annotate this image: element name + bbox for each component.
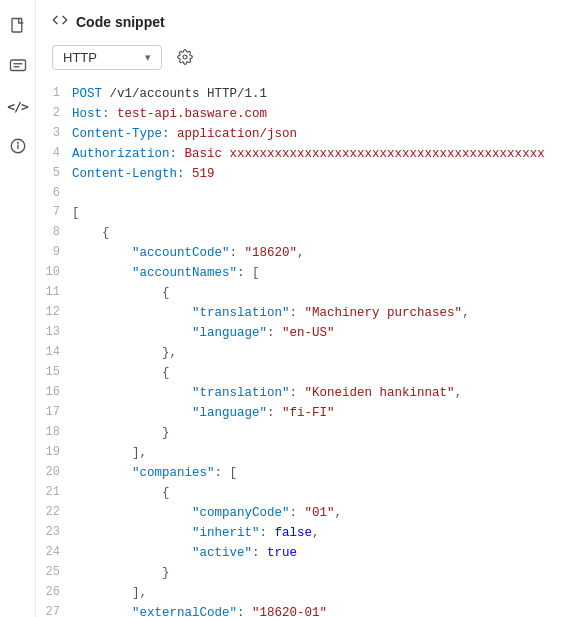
line-code: "companies": [ xyxy=(72,463,556,483)
line-number: 24 xyxy=(36,543,72,563)
line-number: 18 xyxy=(36,423,72,443)
line-code: "language": "en-US" xyxy=(72,323,556,343)
table-row: 6 xyxy=(36,184,556,203)
line-code: "translation": "Koneiden hankinnat", xyxy=(72,383,556,403)
table-row: 2 Host: test-api.basware.com xyxy=(36,104,556,124)
table-row: 26 ], xyxy=(36,583,556,603)
line-code: [ xyxy=(72,203,556,223)
line-number: 16 xyxy=(36,383,72,403)
line-number: 9 xyxy=(36,243,72,263)
line-number: 2 xyxy=(36,104,72,124)
table-row: 7 [ xyxy=(36,203,556,223)
code-icon[interactable]: </> xyxy=(8,96,28,116)
line-code: { xyxy=(72,283,556,303)
table-row: 13 "language": "en-US" xyxy=(36,323,556,343)
table-row: 22 "companyCode": "01", xyxy=(36,503,556,523)
line-number: 22 xyxy=(36,503,72,523)
line-number: 21 xyxy=(36,483,72,503)
line-code: "active": true xyxy=(72,543,556,563)
table-row: 17 "language": "fi-FI" xyxy=(36,403,556,423)
table-row: 3 Content-Type: application/json xyxy=(36,124,556,144)
table-row: 14 }, xyxy=(36,343,556,363)
format-dropdown[interactable]: HTTP ▾ xyxy=(52,45,162,70)
line-number: 12 xyxy=(36,303,72,323)
table-row: 11 { xyxy=(36,283,556,303)
line-code: "language": "fi-FI" xyxy=(72,403,556,423)
page-title: Code snippet xyxy=(76,14,165,30)
line-number: 27 xyxy=(36,603,72,617)
line-code: "companyCode": "01", xyxy=(72,503,556,523)
toolbar: HTTP ▾ xyxy=(36,42,572,84)
line-code: }, xyxy=(72,343,556,363)
line-number: 25 xyxy=(36,563,72,583)
table-row: 16 "translation": "Koneiden hankinnat", xyxy=(36,383,556,403)
line-code xyxy=(72,184,556,203)
line-code: ], xyxy=(72,443,556,463)
dropdown-value: HTTP xyxy=(63,50,97,65)
line-code: } xyxy=(72,563,556,583)
svg-rect-1 xyxy=(10,60,25,71)
info-icon[interactable] xyxy=(8,136,28,156)
line-code: "externalCode": "18620-01" xyxy=(72,603,556,617)
table-row: 20 "companies": [ xyxy=(36,463,556,483)
table-row: 10 "accountNames": [ xyxy=(36,263,556,283)
line-number: 6 xyxy=(36,184,72,203)
line-number: 17 xyxy=(36,403,72,423)
line-number: 8 xyxy=(36,223,72,243)
line-number: 15 xyxy=(36,363,72,383)
code-snippet-icon xyxy=(52,12,68,32)
table-row: 8 { xyxy=(36,223,556,243)
code-area: 1 POST /v1/accounts HTTP/1.1 2 Host: tes… xyxy=(36,84,572,617)
comment-icon[interactable] xyxy=(8,56,28,76)
line-code: Authorization: Basic xxxxxxxxxxxxxxxxxxx… xyxy=(72,144,556,164)
line-number: 5 xyxy=(36,164,72,184)
table-row: 12 "translation": "Machinery purchases", xyxy=(36,303,556,323)
document-icon[interactable] xyxy=(8,16,28,36)
code-table: 1 POST /v1/accounts HTTP/1.1 2 Host: tes… xyxy=(36,84,556,617)
line-code: "inherit": false, xyxy=(72,523,556,543)
line-number: 14 xyxy=(36,343,72,363)
table-row: 25 } xyxy=(36,563,556,583)
line-number: 7 xyxy=(36,203,72,223)
line-code: Content-Type: application/json xyxy=(72,124,556,144)
table-row: 15 { xyxy=(36,363,556,383)
chevron-down-icon: ▾ xyxy=(145,51,151,64)
table-row: 9 "accountCode": "18620", xyxy=(36,243,556,263)
table-row: 27 "externalCode": "18620-01" xyxy=(36,603,556,617)
line-code: { xyxy=(72,363,556,383)
line-number: 13 xyxy=(36,323,72,343)
table-row: 23 "inherit": false, xyxy=(36,523,556,543)
line-code: Content-Length: 519 xyxy=(72,164,556,184)
sidebar: </> xyxy=(0,0,36,617)
table-row: 21 { xyxy=(36,483,556,503)
line-number: 11 xyxy=(36,283,72,303)
table-row: 5 Content-Length: 519 xyxy=(36,164,556,184)
line-code: "accountNames": [ xyxy=(72,263,556,283)
title-bar: Code snippet xyxy=(36,12,572,42)
line-code: { xyxy=(72,223,556,243)
line-number: 20 xyxy=(36,463,72,483)
table-row: 18 } xyxy=(36,423,556,443)
main-panel: Code snippet HTTP ▾ 1 POST /v1/accounts … xyxy=(36,0,572,617)
line-code: POST /v1/accounts HTTP/1.1 xyxy=(72,84,556,104)
line-number: 23 xyxy=(36,523,72,543)
svg-rect-0 xyxy=(12,19,22,33)
svg-point-6 xyxy=(17,142,18,143)
line-number: 3 xyxy=(36,124,72,144)
line-code: Host: test-api.basware.com xyxy=(72,104,556,124)
line-number: 4 xyxy=(36,144,72,164)
line-code: ], xyxy=(72,583,556,603)
table-row: 19 ], xyxy=(36,443,556,463)
settings-button[interactable] xyxy=(170,42,200,72)
table-row: 1 POST /v1/accounts HTTP/1.1 xyxy=(36,84,556,104)
line-number: 10 xyxy=(36,263,72,283)
line-code: } xyxy=(72,423,556,443)
line-code: { xyxy=(72,483,556,503)
table-row: 24 "active": true xyxy=(36,543,556,563)
line-code: "translation": "Machinery purchases", xyxy=(72,303,556,323)
line-number: 26 xyxy=(36,583,72,603)
line-code: "accountCode": "18620", xyxy=(72,243,556,263)
line-number: 1 xyxy=(36,84,72,104)
table-row: 4 Authorization: Basic xxxxxxxxxxxxxxxxx… xyxy=(36,144,556,164)
line-number: 19 xyxy=(36,443,72,463)
